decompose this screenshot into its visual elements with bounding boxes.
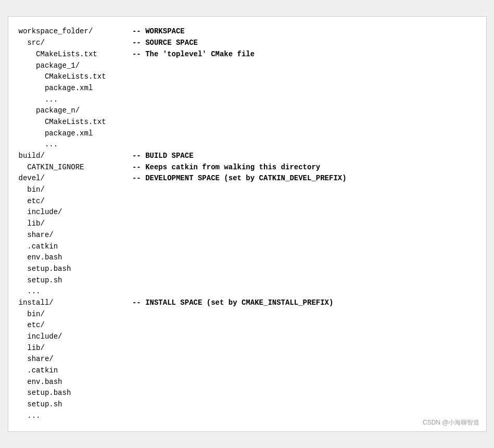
comment: -- INSTALL SPACE (set by CMAKE_INSTALL_P… (132, 298, 333, 307)
code-line: share/ (19, 231, 54, 239)
code-line: package_1/ (19, 61, 80, 70)
code-line: setup.bash (19, 265, 71, 273)
code-line: etc/ (19, 197, 45, 205)
comment: -- The 'toplevel' CMake file (132, 50, 255, 58)
code-line: workspace_folder/ -- WORKSPACE (19, 27, 185, 35)
comment: -- DEVELOPMENT SPACE (set by CATKIN_DEVE… (132, 174, 347, 182)
code-line: install/ -- INSTALL SPACE (set by CMAKE_… (19, 298, 334, 307)
code-line: CMakeLists.txt (19, 118, 106, 126)
code-line: CMakeLists.txt (19, 72, 106, 81)
code-container: workspace_folder/ -- WORKSPACE src/ -- S… (8, 16, 487, 431)
code-line: env.bash (19, 378, 62, 386)
code-line: lib/ (19, 219, 45, 228)
code-line: setup.sh (19, 276, 62, 284)
comment: -- WORKSPACE (132, 27, 185, 35)
code-line: setup.sh (19, 400, 62, 408)
code-line: build/ -- BUILD SPACE (19, 152, 194, 160)
code-line: CATKIN_IGNORE -- Keeps catkin from walki… (19, 163, 321, 171)
watermark: CSDN @小海聊智造 (423, 418, 480, 427)
code-line: share/ (19, 355, 54, 363)
code-line: .catkin (19, 366, 58, 375)
code-line: include/ (19, 208, 62, 216)
code-block: workspace_folder/ -- WORKSPACE src/ -- S… (19, 26, 476, 421)
comment: -- BUILD SPACE (132, 152, 194, 160)
code-line: ... (19, 140, 58, 148)
code-line: setup.bash (19, 389, 71, 397)
code-line: package.xml (19, 129, 93, 138)
code-line: ... (19, 287, 41, 295)
code-line: .catkin (19, 242, 58, 251)
code-line: ... (19, 95, 58, 104)
code-line: CMakeLists.txt -- The 'toplevel' CMake f… (19, 50, 255, 58)
comment: -- SOURCE SPACE (132, 39, 198, 47)
code-line: include/ (19, 332, 62, 341)
comment: -- Keeps catkin from walking this direct… (132, 163, 320, 171)
code-line: devel/ -- DEVELOPMENT SPACE (set by CATK… (19, 174, 347, 182)
code-line: env.bash (19, 253, 62, 262)
code-line: bin/ (19, 310, 45, 318)
code-line: etc/ (19, 321, 45, 329)
code-line: lib/ (19, 344, 45, 352)
code-line: src/ -- SOURCE SPACE (19, 39, 198, 47)
code-line: package.xml (19, 84, 93, 92)
code-line: package_n/ (19, 106, 80, 115)
code-line: ... (19, 412, 41, 420)
code-line: bin/ (19, 185, 45, 194)
